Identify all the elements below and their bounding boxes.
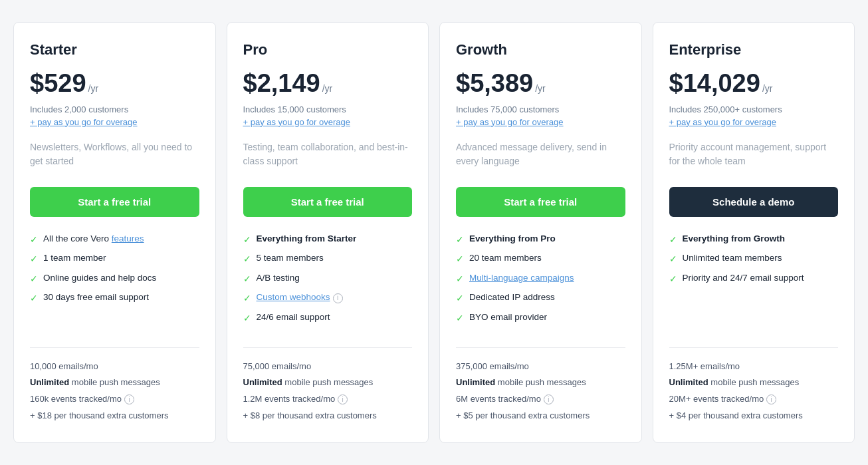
stat-item: 1.2M events tracked/moi (243, 391, 413, 408)
check-icon: ✓ (243, 312, 251, 325)
feature-text: BYO email provider (469, 311, 547, 324)
feature-item: ✓A/B testing (243, 272, 413, 286)
check-icon: ✓ (669, 233, 677, 247)
plan-card-starter: Starter$529/yrIncludes 2,000 customers+ … (13, 22, 216, 444)
feature-item: ✓30 days free email support (30, 291, 199, 305)
plan-customers-enterprise: Includes 250,000+ customers (669, 104, 839, 114)
feature-item: ✓Dedicated IP address (456, 291, 625, 305)
plan-name-growth: Growth (456, 41, 625, 59)
feature-text: Online guides and help docs (43, 272, 156, 285)
stat-item: 160k events tracked/moi (30, 391, 199, 408)
stat-item: Unlimited mobile push messages (30, 375, 199, 391)
info-icon[interactable]: i (333, 293, 343, 303)
feature-link[interactable]: features (112, 233, 144, 243)
feature-text: Priority and 24/7 email support (683, 272, 804, 285)
plan-period-growth: /yr (535, 83, 546, 94)
plan-price-enterprise: $14,029 (669, 69, 760, 98)
check-icon: ✓ (243, 253, 251, 266)
stat-bold: Unlimited (30, 377, 69, 387)
pricing-grid: Starter$529/yrIncludes 2,000 customers+ … (13, 22, 855, 444)
feature-item: ✓Everything from Starter (243, 233, 413, 247)
feature-text: 1 team member (43, 252, 106, 265)
feature-text: Everything from Growth (683, 233, 786, 245)
feature-item: ✓Priority and 24/7 email support (669, 272, 839, 286)
check-icon: ✓ (243, 233, 251, 247)
plan-price-growth: $5,389 (456, 69, 533, 98)
stat-item: 10,000 emails/mo (30, 359, 199, 375)
stat-info-icon[interactable]: i (766, 394, 776, 404)
plan-overage-growth[interactable]: + pay as you go for overage (456, 117, 625, 127)
feature-item: ✓1 team member (30, 252, 199, 266)
plan-price-row-pro: $2,149/yr (243, 69, 413, 98)
plan-price-starter: $529 (30, 69, 86, 98)
stat-info-icon[interactable]: i (338, 394, 348, 404)
plan-card-enterprise: Enterprise$14,029/yrIncludes 250,000+ cu… (653, 22, 855, 444)
plan-overage-pro[interactable]: + pay as you go for overage (243, 117, 413, 127)
feature-item: ✓Everything from Growth (669, 233, 839, 247)
check-icon: ✓ (30, 273, 38, 286)
stat-item: 6M events tracked/moi (456, 391, 625, 408)
stat-bold: Unlimited (456, 377, 495, 387)
feature-item: ✓5 team members (243, 252, 413, 266)
plan-customers-pro: Includes 15,000 customers (243, 104, 413, 114)
feature-text: Everything from Pro (469, 233, 556, 245)
plan-price-row-enterprise: $14,029/yr (669, 69, 839, 98)
plan-overage-starter[interactable]: + pay as you go for overage (30, 117, 199, 127)
feature-text: Multi-language campaigns (469, 272, 574, 285)
plan-stats-starter: 10,000 emails/moUnlimited mobile push me… (30, 347, 199, 424)
plan-period-enterprise: /yr (762, 83, 773, 94)
plan-features-starter: ✓All the core Vero features✓1 team membe… (30, 233, 199, 331)
feature-text: Unlimited team members (683, 252, 782, 265)
plan-cta-pro[interactable]: Start a free trial (243, 187, 413, 217)
check-icon: ✓ (243, 273, 251, 286)
feature-item: ✓Multi-language campaigns (456, 272, 625, 286)
feature-link[interactable]: Custom webhooks (257, 292, 330, 302)
check-icon: ✓ (669, 253, 677, 266)
plan-cta-starter[interactable]: Start a free trial (30, 187, 199, 217)
feature-text: 30 days free email support (43, 291, 149, 304)
plan-customers-growth: Includes 75,000 customers (456, 104, 625, 114)
feature-item: ✓Everything from Pro (456, 233, 625, 247)
feature-item: ✓Unlimited team members (669, 252, 839, 266)
stat-item: 1.25M+ emails/mo (669, 359, 839, 375)
stat-item: + $4 per thousand extra customers (669, 408, 839, 424)
plan-description-growth: Advanced message delivery, send in every… (456, 140, 625, 172)
plan-features-enterprise: ✓Everything from Growth✓Unlimited team m… (669, 233, 839, 331)
stat-item: + $5 per thousand extra customers (456, 408, 625, 424)
plan-period-starter: /yr (88, 83, 99, 94)
plan-stats-growth: 375,000 emails/moUnlimited mobile push m… (456, 347, 625, 424)
plan-price-pro: $2,149 (243, 69, 320, 98)
check-icon: ✓ (669, 273, 677, 286)
plan-description-enterprise: Priority account management, support for… (669, 140, 839, 172)
plan-card-pro: Pro$2,149/yrIncludes 15,000 customers+ p… (227, 22, 429, 444)
plan-cta-growth[interactable]: Start a free trial (456, 187, 625, 217)
feature-text: A/B testing (257, 272, 300, 285)
plan-period-pro: /yr (322, 83, 333, 94)
feature-item: ✓20 team members (456, 252, 625, 266)
check-icon: ✓ (456, 273, 464, 286)
stat-item: 20M+ events tracked/moi (669, 391, 839, 408)
stat-info-icon[interactable]: i (124, 394, 134, 404)
feature-link[interactable]: Multi-language campaigns (469, 273, 574, 283)
check-icon: ✓ (243, 292, 251, 305)
check-icon: ✓ (456, 292, 464, 305)
plan-price-row-growth: $5,389/yr (456, 69, 625, 98)
feature-text: 20 team members (469, 252, 542, 265)
check-icon: ✓ (456, 253, 464, 266)
plan-card-growth: Growth$5,389/yrIncludes 75,000 customers… (439, 22, 642, 444)
check-icon: ✓ (30, 233, 38, 247)
feature-item: ✓Custom webhooksi (243, 291, 413, 305)
stat-info-icon[interactable]: i (544, 394, 554, 404)
stat-item: Unlimited mobile push messages (243, 375, 413, 391)
feature-item: ✓BYO email provider (456, 311, 625, 325)
plan-description-pro: Testing, team collaboration, and best-in… (243, 140, 413, 172)
feature-text: Everything from Starter (257, 233, 357, 245)
plan-stats-enterprise: 1.25M+ emails/moUnlimited mobile push me… (669, 347, 839, 424)
plan-overage-enterprise[interactable]: + pay as you go for overage (669, 117, 839, 127)
check-icon: ✓ (30, 292, 38, 305)
feature-item: ✓Online guides and help docs (30, 272, 199, 286)
stat-item: + $8 per thousand extra customers (243, 408, 413, 424)
stat-item: Unlimited mobile push messages (669, 375, 839, 391)
check-icon: ✓ (456, 312, 464, 325)
plan-cta-enterprise[interactable]: Schedule a demo (669, 187, 839, 217)
